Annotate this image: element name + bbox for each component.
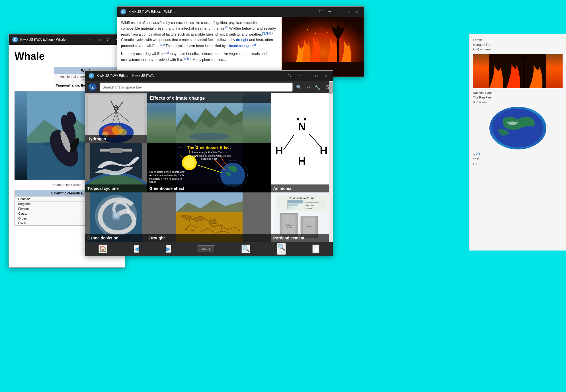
kiwix-fullscreen[interactable]: ⛶	[285, 73, 293, 79]
kiwix-search-input[interactable]	[102, 85, 290, 89]
climate-change-card[interactable]: Tropical cyclone	[85, 143, 147, 192]
svg-point-13	[315, 33, 316, 34]
minimize-button[interactable]: ─	[86, 37, 94, 42]
greenhouse-card[interactable]: The Greenhouse Effect Some sunlight that…	[147, 143, 271, 192]
wildfire-content: Wildfires are often classified by charac…	[117, 17, 364, 77]
restore-button[interactable]: ◻	[95, 37, 103, 42]
svg-text:H: H	[320, 144, 328, 157]
kiwix-scrollbar[interactable]	[329, 81, 333, 242]
svg-rect-54	[100, 149, 110, 152]
wf-close[interactable]: ✕	[353, 9, 361, 15]
search-icon[interactable]: 🔍	[295, 83, 303, 91]
kiwix-grid: a 2011–	[85, 93, 333, 242]
right-fire-img	[473, 54, 563, 88]
toc-button[interactable]: ToC ▲	[198, 245, 215, 252]
right-text1: Forest,Mangum Firekm²) of forest.	[473, 38, 563, 52]
taxon-kingdom-label: Kingdom:	[18, 202, 31, 206]
svg-text:Cement: Cement	[286, 227, 292, 229]
ammonia-label: Ammonia	[271, 184, 333, 192]
svg-rect-12	[337, 39, 339, 62]
svg-text:Tropospheric: Tropospheric	[304, 208, 313, 209]
cyclone-label: Ozone depletion	[85, 234, 147, 242]
wildfire-text: Wildfires are often classified by charac…	[117, 17, 282, 77]
right-text3: ls.[11]	[473, 152, 563, 157]
effects-climate-label: Effects of climate change	[147, 93, 271, 103]
toc-label: ToC ▲	[202, 247, 211, 251]
settings-icon[interactable]: 🔧	[313, 83, 321, 91]
kiwix-bottom-bar: 🏠 ◀ ▶ ToC ▲ 🔍 🔍+ ▲	[85, 242, 333, 256]
taxon-phylum-label: Phylum:	[18, 207, 30, 210]
wildfire-image	[282, 17, 364, 77]
cyclone-card[interactable]: Ozone depletion	[85, 192, 147, 242]
svg-point-21	[89, 85, 91, 87]
svg-text:Portland: Portland	[286, 224, 292, 226]
taxon-order-label: Order:	[18, 217, 27, 220]
drought-link[interactable]: drought	[236, 38, 248, 42]
svg-text:a: a	[114, 102, 119, 112]
greenhouse-desc1: Some sunlight that hits Earth is reflect…	[186, 151, 232, 161]
kiwix-logo	[87, 82, 98, 92]
climate-change-label: Tropical cyclone	[85, 184, 147, 192]
whale-titlebar: K Kiwix JS PWA Edition - Whale ─ ◻ ⛶ •••	[9, 34, 125, 45]
taxon-class-label: Class:	[18, 212, 27, 215]
ammonia-image: N H H H	[271, 93, 333, 192]
shuffle-icon[interactable]: ⇄	[305, 83, 311, 91]
svg-text:Atmospheric Ozone: Atmospheric Ozone	[290, 197, 314, 200]
kiwix-menu[interactable]: •••	[294, 73, 302, 79]
svg-rect-55	[122, 149, 132, 152]
ozone-card[interactable]: Portland Cement Cement Atmospheric Ozone…	[271, 192, 333, 242]
scrollbar-thumb[interactable]	[329, 82, 333, 94]
back-button[interactable]: ◀	[134, 245, 139, 253]
scroll-top-button[interactable]: ▲	[312, 245, 320, 253]
svg-text:Stratospheric Ozone: Stratospheric Ozone	[304, 202, 319, 203]
svg-point-16	[307, 29, 308, 30]
svg-point-43	[304, 118, 306, 120]
ammonia-card[interactable]: N H H H Ammonia	[271, 93, 333, 192]
svg-text:Cement: Cement	[306, 225, 312, 227]
wf-minimize[interactable]: ─	[307, 9, 315, 15]
svg-point-39	[189, 133, 229, 140]
effects-climate-card[interactable]: Effects of climate change	[147, 93, 271, 143]
wf-fullscreen[interactable]: ⛶	[316, 9, 324, 15]
svg-rect-96	[288, 204, 298, 206]
wf-restore[interactable]: ─	[335, 9, 343, 15]
kiwix-minimize[interactable]: ─	[276, 73, 284, 79]
kiwix-logo-svg	[87, 82, 98, 92]
kiwix-main-title: Kiwix JS PWA Edition - Kiwix JS PWA	[97, 74, 276, 78]
svg-point-14	[321, 28, 322, 28]
wildfire-icon: K	[120, 9, 126, 15]
whale-article-title: Whale	[15, 50, 119, 62]
wf-maximize[interactable]: ◻	[344, 9, 352, 15]
greenhouse-label: Greenhouse effect	[147, 184, 271, 192]
wildfire-controls: ─ ⛶ ••• ─ ◻ ✕	[307, 9, 361, 15]
kiwix-toolbar-icons: 🔍 ⇄ 🔧 🖨	[295, 83, 331, 91]
ammonia-svg: N H H H	[271, 93, 333, 192]
forward-button[interactable]: ▶	[166, 245, 171, 253]
kiwix-close[interactable]: ✕	[321, 73, 329, 79]
svg-point-75	[114, 214, 118, 218]
greenhouse-subtitle: The Greenhouse Effect Some sunlight that…	[149, 145, 269, 161]
drought-card[interactable]: Drought	[147, 192, 271, 242]
home-button[interactable]: 🏠	[99, 245, 107, 253]
greenhouse-desc2: Greenhouse gases absorb and redirect hea…	[149, 171, 186, 184]
globe-svg	[489, 107, 546, 149]
kiwix-maximize[interactable]: ◻	[312, 73, 320, 79]
zoom-out-button[interactable]: 🔍	[241, 245, 250, 253]
kiwix-search-bar[interactable]	[100, 83, 293, 92]
kiwix-restore[interactable]: ─	[303, 73, 311, 79]
taxon-clade-label: Clade:	[18, 221, 27, 225]
svg-rect-53	[110, 148, 122, 153]
hydrogen-card[interactable]: a 2011–	[85, 93, 147, 143]
wf-menu[interactable]: •••	[325, 9, 333, 15]
kiwix-main-window: K Kiwix JS PWA Edition - Kiwix JS PWA ─ …	[85, 70, 333, 256]
svg-rect-95	[288, 200, 303, 203]
zoom-in-button[interactable]: 🔍+	[277, 243, 286, 255]
climate-change-link[interactable]: climate change	[227, 44, 251, 48]
whale-controls: ─ ◻ ⛶ •••	[86, 37, 122, 42]
wildfire-para2: Naturally occurring wildfires[12] may ha…	[121, 51, 278, 63]
svg-point-42	[297, 118, 299, 120]
svg-rect-102	[524, 63, 525, 88]
fullscreen-button[interactable]: ⛶	[104, 37, 112, 42]
wildfire-svg	[282, 17, 364, 77]
wildfire-titlebar: K Kiwix JS PWA Edition - Wildfire ─ ⛶ ••…	[117, 7, 364, 17]
